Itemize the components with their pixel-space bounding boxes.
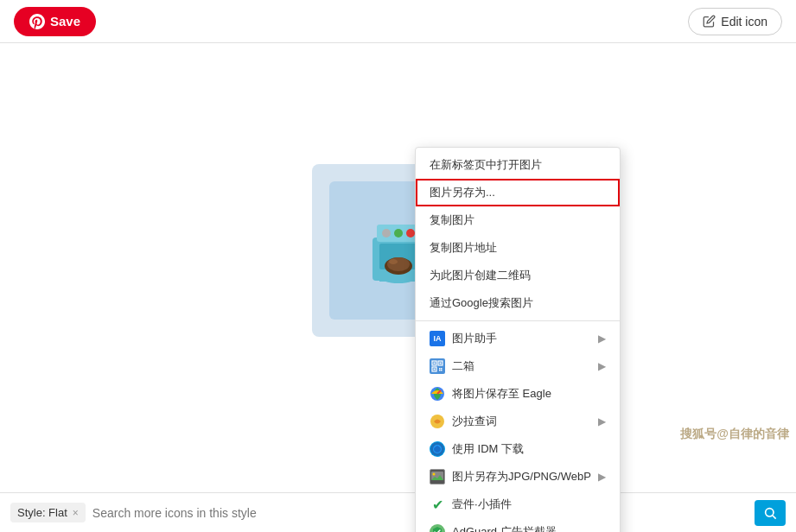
- watermark: 搜狐号@自律的音律: [680, 427, 789, 442]
- menu-item-salad-label: 沙拉查词: [452, 414, 497, 429]
- idm-icon: [430, 441, 445, 457]
- svg-point-3: [394, 229, 403, 238]
- ia-icon: IA: [430, 331, 445, 346]
- menu-item-save-image-as[interactable]: 图片另存为...: [416, 179, 620, 206]
- svg-rect-15: [440, 363, 442, 364]
- svg-point-33: [766, 508, 774, 516]
- svg-point-4: [406, 229, 415, 238]
- menu-item-widget-left: ✔ 壹件·小插件: [430, 497, 512, 512]
- menu-item-salad[interactable]: 沙拉查词 ▶: [416, 408, 620, 435]
- search-button[interactable]: [755, 500, 786, 526]
- svg-rect-18: [441, 368, 443, 370]
- widget-icon: ✔: [430, 497, 445, 512]
- menu-item-img-convert[interactable]: 图片另存为JPG/PNG/WebP ▶: [416, 463, 620, 491]
- eagle-svg: [430, 386, 445, 402]
- context-menu: 在新标签页中打开图片 图片另存为... 复制图片 复制图片地址 为此图片创建二维…: [415, 147, 621, 532]
- style-tag: Style: Flat ×: [10, 503, 86, 522]
- adguard-icon: [430, 524, 445, 532]
- menu-item-widget-label: 壹件·小插件: [452, 497, 512, 512]
- menu-item-copy-image[interactable]: 复制图片: [416, 206, 620, 234]
- salad-svg: [430, 414, 445, 429]
- menu-item-open-new-tab-label: 在新标签页中打开图片: [430, 157, 542, 173]
- menu-item-adguard-left: AdGuard 广告拦截器: [430, 524, 557, 532]
- svg-rect-16: [434, 369, 436, 370]
- menu-item-search-google[interactable]: 通过Google搜索图片: [416, 289, 620, 317]
- menu-item-eagle-label: 将图片保存至 Eagle: [452, 386, 551, 402]
- menu-item-copy-image-label: 复制图片: [430, 212, 474, 228]
- menu-item-save-image-as-label: 图片另存为...: [430, 185, 495, 200]
- main-content: 在新标签页中打开图片 图片另存为... 复制图片 复制图片地址 为此图片创建二维…: [0, 43, 796, 492]
- top-bar: Save Edit icon: [0, 0, 796, 43]
- eagle-icon: [430, 386, 445, 402]
- bottom-bar: Style: Flat ×: [0, 492, 796, 532]
- menu-item-er-bin-left: 二箱: [430, 358, 474, 374]
- er-bin-svg: [431, 360, 443, 372]
- menu-item-image-assist-label: 图片助手: [452, 331, 497, 346]
- menu-item-copy-image-url-label: 复制图片地址: [430, 240, 497, 256]
- style-tag-label: Style: Flat: [17, 506, 67, 519]
- style-tag-close-button[interactable]: ×: [73, 507, 79, 519]
- menu-item-image-assist-left: IA 图片助手: [430, 331, 497, 346]
- pinterest-icon: [29, 14, 45, 29]
- search-icon: [763, 506, 777, 520]
- menu-item-widget[interactable]: ✔ 壹件·小插件: [416, 491, 620, 518]
- menu-item-img-convert-label: 图片另存为JPG/PNG/WebP: [452, 469, 591, 484]
- menu-item-img-convert-left: 图片另存为JPG/PNG/WebP: [430, 469, 591, 484]
- er-bin-icon: [430, 358, 445, 374]
- idm-svg: [430, 441, 445, 457]
- save-button[interactable]: Save: [14, 7, 96, 36]
- menu-item-salad-left: 沙拉查词: [430, 414, 497, 429]
- chevron-right-icon-4: ▶: [598, 471, 606, 483]
- menu-item-adguard-label: AdGuard 广告拦截器: [452, 524, 557, 532]
- chevron-right-icon-3: ▶: [598, 415, 606, 428]
- menu-item-search-google-label: 通过Google搜索图片: [430, 295, 533, 311]
- menu-item-er-bin-label: 二箱: [452, 358, 474, 374]
- menu-item-eagle-left: 将图片保存至 Eagle: [430, 386, 551, 402]
- svg-point-9: [387, 257, 410, 271]
- menu-item-copy-image-url[interactable]: 复制图片地址: [416, 234, 620, 262]
- svg-rect-17: [439, 368, 441, 370]
- img-convert-svg: [430, 471, 444, 483]
- menu-item-idm-left: 使用 IDM 下载: [430, 441, 524, 457]
- svg-point-27: [433, 473, 436, 476]
- svg-rect-19: [439, 370, 441, 371]
- svg-line-34: [773, 516, 776, 519]
- edit-icon-label: Edit icon: [721, 15, 767, 28]
- separator-1: [416, 320, 620, 321]
- svg-point-2: [382, 229, 391, 238]
- save-label: Save: [50, 14, 80, 28]
- edit-icon-button[interactable]: Edit icon: [688, 8, 782, 35]
- pencil-icon: [703, 15, 716, 28]
- menu-item-er-bin[interactable]: 二箱 ▶: [416, 352, 620, 380]
- adguard-svg: [430, 524, 445, 532]
- menu-item-adguard[interactable]: AdGuard 广告拦截器: [416, 518, 620, 532]
- menu-item-open-new-tab[interactable]: 在新标签页中打开图片: [416, 151, 620, 179]
- menu-item-idm-label: 使用 IDM 下载: [452, 441, 524, 457]
- menu-item-image-assist[interactable]: IA 图片助手 ▶: [416, 325, 620, 352]
- menu-item-create-qr-label: 为此图片创建二维码: [430, 268, 531, 283]
- img-convert-icon: [430, 469, 445, 484]
- menu-item-eagle[interactable]: 将图片保存至 Eagle: [416, 380, 620, 408]
- menu-item-create-qr[interactable]: 为此图片创建二维码: [416, 262, 620, 289]
- chevron-right-icon-2: ▶: [598, 360, 606, 372]
- salad-icon: [430, 414, 445, 429]
- menu-item-idm[interactable]: 使用 IDM 下载: [416, 435, 620, 463]
- svg-rect-14: [434, 363, 436, 364]
- svg-point-10: [389, 259, 398, 264]
- svg-rect-20: [441, 370, 443, 371]
- chevron-right-icon: ▶: [598, 332, 606, 345]
